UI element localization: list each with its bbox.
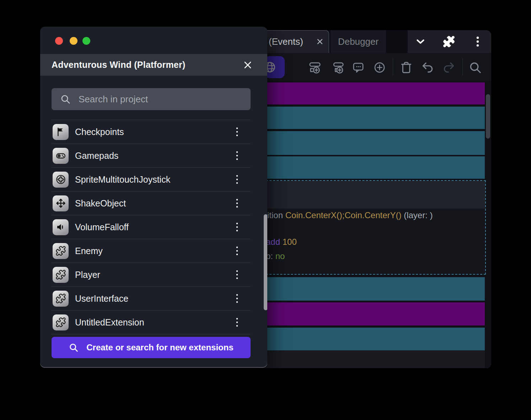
list-item-label: Enemy (75, 246, 103, 256)
kebab-menu-icon[interactable] (230, 291, 244, 306)
dialog-header: Adventurous Wind (Platformer) (40, 54, 267, 76)
kebab-menu-icon[interactable] (230, 315, 244, 329)
macos-minimize-button[interactable] (70, 37, 77, 45)
undo-icon[interactable] (421, 61, 434, 74)
puzzle-icon (53, 243, 69, 259)
chevron-down-icon[interactable] (412, 33, 429, 50)
event-row[interactable] (255, 302, 485, 325)
kebab-menu-icon[interactable] (230, 244, 244, 258)
selected-event-block[interactable]: ition Coin.CenterX();Coin.CenterY() (lay… (255, 180, 486, 275)
event-row[interactable] (255, 156, 485, 179)
search-icon (60, 94, 71, 104)
trash-icon[interactable] (399, 61, 413, 74)
events-sheet: ition Coin.CenterX();Coin.CenterY() (lay… (255, 81, 491, 368)
toolbar-separator (393, 58, 393, 76)
action-layer: (layer: ) (401, 210, 433, 220)
kebab-menu-icon[interactable] (230, 196, 244, 210)
list-item-label: UntitledExtension (75, 317, 144, 328)
list-item-label: Player (75, 270, 100, 280)
project-title: Adventurous Wind (Platformer) (52, 60, 185, 70)
list-item-shakeobject[interactable]: ShakeObject (52, 191, 251, 215)
editor-scrollbar-thumb[interactable] (486, 94, 490, 139)
tab-bar: (Events) Debugger (255, 30, 491, 53)
list-item-joystick[interactable]: SpriteMultitouchJoystick (52, 167, 251, 191)
events-sheet-footer (255, 350, 485, 368)
list-item-label: ShakeObject (75, 198, 126, 209)
kebab-menu-icon[interactable] (230, 268, 244, 282)
project-manager-dialog: Adventurous Wind (Platformer) Checkpoint… (40, 27, 267, 368)
kebab-menu-icon[interactable] (230, 149, 244, 163)
puzzle-icon (53, 314, 69, 330)
list-item-volumefalloff[interactable]: VolumeFalloff (52, 215, 251, 239)
list-item-label: Gamepads (75, 151, 118, 161)
kebab-menu-icon[interactable] (230, 172, 244, 187)
joystick-icon (53, 172, 69, 188)
kebab-menu-icon[interactable] (230, 220, 244, 234)
event-action-line[interactable]: ition Coin.CenterX();Coin.CenterY() (lay… (267, 210, 433, 220)
macos-close-button[interactable] (55, 37, 63, 45)
events-editor-window: (Events) Debugger (255, 30, 491, 368)
project-search[interactable] (52, 88, 251, 110)
search-input[interactable] (78, 93, 236, 105)
action-value: no (275, 251, 285, 261)
add-event-icon[interactable] (308, 61, 322, 74)
dialog-scrollbar-thumb[interactable] (264, 214, 267, 310)
create-extension-label: Create or search for new extensions (86, 343, 233, 352)
event-row[interactable] (255, 277, 485, 301)
tab-debugger[interactable]: Debugger (331, 30, 386, 53)
kebab-menu-icon[interactable] (230, 125, 244, 139)
event-action-line[interactable]: add 100 (266, 237, 297, 247)
flag-icon (53, 124, 69, 140)
action-keyword: add (266, 237, 283, 247)
redo-icon[interactable] (442, 61, 456, 74)
list-item-label: Checkpoints (75, 127, 124, 137)
close-icon[interactable] (243, 60, 253, 70)
search-icon (69, 343, 79, 352)
event-row[interactable] (255, 131, 485, 155)
puzzle-icon (53, 291, 69, 307)
list-item-label: VolumeFalloff (75, 222, 129, 232)
action-text: ition (267, 210, 285, 220)
tab-debugger-label: Debugger (338, 36, 379, 47)
speaker-icon (53, 219, 69, 235)
toolbar-separator (462, 58, 463, 76)
action-value: 100 (283, 237, 297, 247)
tab-events-label: (Events) (269, 36, 303, 47)
add-subevent-icon[interactable] (331, 61, 345, 74)
list-item-checkpoints[interactable]: Checkpoints (52, 120, 251, 144)
gamepad-icon (53, 148, 69, 164)
macos-zoom-button[interactable] (82, 37, 90, 45)
window-header-actions (408, 30, 491, 53)
add-circle-icon[interactable] (373, 61, 386, 74)
event-row[interactable] (255, 82, 485, 104)
event-row[interactable] (255, 328, 485, 350)
close-icon[interactable] (316, 38, 324, 45)
action-text: p: (266, 251, 275, 261)
action-expression: Coin.CenterX();Coin.CenterY() (285, 210, 402, 220)
puzzle-icon (53, 267, 69, 283)
extension-list: Checkpoints Gamepads (52, 120, 251, 334)
events-toolbar (255, 53, 491, 81)
puzzle-icon[interactable] (441, 33, 457, 50)
event-conditions-area[interactable] (256, 181, 485, 209)
event-action-line[interactable]: p: no (266, 251, 285, 261)
list-item-label: UserInterface (75, 294, 128, 304)
list-item-label: SpriteMultitouchJoystick (75, 174, 170, 185)
add-comment-icon[interactable] (352, 61, 365, 74)
list-item-untitledextension[interactable]: UntitledExtension (52, 310, 251, 334)
kebab-menu-icon[interactable] (470, 33, 486, 50)
list-item-player[interactable]: Player (52, 263, 251, 286)
move-arrows-icon (53, 195, 69, 211)
list-item-userinterface[interactable]: UserInterface (52, 286, 251, 310)
event-row[interactable] (255, 107, 485, 129)
choose-object-button[interactable] (265, 56, 285, 78)
create-extension-button[interactable]: Create or search for new extensions (52, 337, 251, 358)
list-item-enemy[interactable]: Enemy (52, 239, 251, 263)
search-icon[interactable] (468, 61, 482, 74)
list-item-gamepads[interactable]: Gamepads (52, 144, 251, 167)
